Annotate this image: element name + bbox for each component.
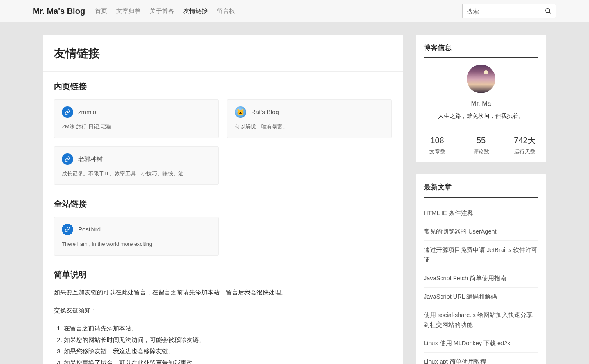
main-content: 友情链接 内页链接 zmmioZM沫.旅行,日记,宅猫🐱Rat's Blog何以… <box>43 35 403 364</box>
link-desc: ZM沫.旅行,日记,宅猫 <box>62 123 211 131</box>
rule-item: 如果您的网站长时间无法访问，可能会被移除友链。 <box>64 335 392 345</box>
link-desc: 何以解忧，唯有暴富。 <box>235 123 384 131</box>
link-card[interactable]: 🐱Rat's Blog何以解忧，唯有暴富。 <box>227 99 392 138</box>
nav-item[interactable]: 关于博客 <box>150 6 174 16</box>
search-button[interactable] <box>540 4 556 18</box>
nav-item[interactable]: 友情链接 <box>183 6 208 16</box>
stat-label: 评论数 <box>459 148 503 156</box>
stat-number: 108 <box>416 134 459 147</box>
post-item: Linux 使用 MLDonkey 下载 ed2k <box>424 334 538 353</box>
link-name: 老郭种树 <box>78 154 103 164</box>
link-name: Postbird <box>78 225 101 234</box>
stat-label: 运行天数 <box>503 148 546 156</box>
avatar <box>467 65 495 93</box>
stat-item: 108文章数 <box>416 128 459 162</box>
link-name: Rat's Blog <box>251 107 279 117</box>
post-item: JavaScript URL 编码和解码 <box>424 288 538 306</box>
post-item: 使用 social-share.js 给网站加入快速分享到社交网站的功能 <box>424 306 538 334</box>
widget-bloginfo: 博客信息 Mr. Ma 人生之路，难免坎坷，但我执着。 108文章数55评论数7… <box>416 35 546 162</box>
search-input[interactable] <box>462 4 540 18</box>
post-link[interactable]: HTML IE 条件注释 <box>424 210 473 216</box>
link-card[interactable]: 老郭种树成长记录。不限于IT、效率工具、小技巧、赚钱、油... <box>54 146 219 185</box>
nav-item[interactable]: 首页 <box>95 6 107 16</box>
widget-bloginfo-title: 博客信息 <box>424 42 538 58</box>
site-brand[interactable]: Mr. Ma's Blog <box>33 4 85 18</box>
recent-post-list: HTML IE 条件注释常见的浏览器的 UserAgent通过开源项目免费申请 … <box>424 204 538 364</box>
link-icon <box>62 224 73 235</box>
topbar: Mr. Ma's Blog 首页文章归档关于博客友情链接留言板 <box>0 0 589 22</box>
link-desc: 成长记录。不限于IT、效率工具、小技巧、赚钱、油... <box>62 170 211 178</box>
stat-label: 文章数 <box>416 148 459 156</box>
rules-list: 在留言之前请先添加本站。如果您的网站长时间无法访问，可能会被移除友链。如果您移除… <box>43 324 403 364</box>
section-site-links-title: 全站链接 <box>54 197 392 210</box>
widget-recent: 最新文章 HTML IE 条件注释常见的浏览器的 UserAgent通过开源项目… <box>416 174 546 364</box>
post-item: JavaScript Fetch 简单使用指南 <box>424 269 538 288</box>
stat-number: 55 <box>459 134 503 147</box>
post-link[interactable]: JavaScript URL 编码和解码 <box>424 293 497 300</box>
post-item: HTML IE 条件注释 <box>424 204 538 222</box>
post-link[interactable]: Linux apt 简单使用教程 <box>424 358 486 364</box>
svg-line-1 <box>549 12 551 13</box>
search-icon <box>544 7 552 15</box>
post-item: 常见的浏览器的 UserAgent <box>424 222 538 241</box>
post-item: 通过开源项目免费申请 JetBrains 软件许可证 <box>424 241 538 269</box>
stat-item: 55评论数 <box>459 128 503 162</box>
link-name: zmmio <box>78 107 96 117</box>
sidebar: 博客信息 Mr. Ma 人生之路，难免坎坷，但我执着。 108文章数55评论数7… <box>416 35 546 364</box>
post-link[interactable]: 常见的浏览器的 UserAgent <box>424 228 497 235</box>
search-form <box>462 4 556 18</box>
svg-point-0 <box>546 9 550 13</box>
notes-subhead: 交换友链须知： <box>54 306 392 315</box>
link-desc: There I am , in the world more exciting! <box>62 240 211 249</box>
post-link[interactable]: JavaScript Fetch 简单使用指南 <box>424 275 506 281</box>
profile-name: Mr. Ma <box>424 98 538 109</box>
post-link[interactable]: 通过开源项目免费申请 JetBrains 软件许可证 <box>424 247 538 263</box>
rule-item: 如果您移除友链，我这边也会移除友链。 <box>64 346 392 356</box>
stat-number: 742天 <box>503 134 546 147</box>
avatar-icon: 🐱 <box>235 106 246 118</box>
notes-intro: 如果要互加友链的可以在此处留言，在留言之前请先添加本站，留言后我会很快处理。 <box>54 288 392 297</box>
nav-item[interactable]: 留言板 <box>217 6 235 16</box>
stat-item: 742天运行天数 <box>503 128 546 162</box>
page-title: 友情链接 <box>54 45 392 63</box>
widget-recent-title: 最新文章 <box>424 182 538 198</box>
link-card[interactable]: zmmioZM沫.旅行,日记,宅猫 <box>54 99 219 138</box>
main-nav: 首页文章归档关于博客友情链接留言板 <box>95 6 235 16</box>
section-inner-links-title: 内页链接 <box>54 80 392 93</box>
profile-motto: 人生之路，难免坎坷，但我执着。 <box>424 111 538 120</box>
section-notes-title: 简单说明 <box>54 268 392 281</box>
link-card[interactable]: PostbirdThere I am , in the world more e… <box>54 217 219 256</box>
link-icon <box>62 153 73 165</box>
post-link[interactable]: 使用 social-share.js 给网站加入快速分享到社交网站的功能 <box>424 312 533 328</box>
post-item: Linux apt 简单使用教程 <box>424 353 538 364</box>
post-link[interactable]: Linux 使用 MLDonkey 下载 ed2k <box>424 340 510 346</box>
rule-item: 在留言之前请先添加本站。 <box>64 324 392 333</box>
rule-item: 如果您更换了域名，可以在此处留言告知我更改。 <box>64 358 392 364</box>
link-icon <box>62 106 73 118</box>
nav-item[interactable]: 文章归档 <box>116 6 141 16</box>
